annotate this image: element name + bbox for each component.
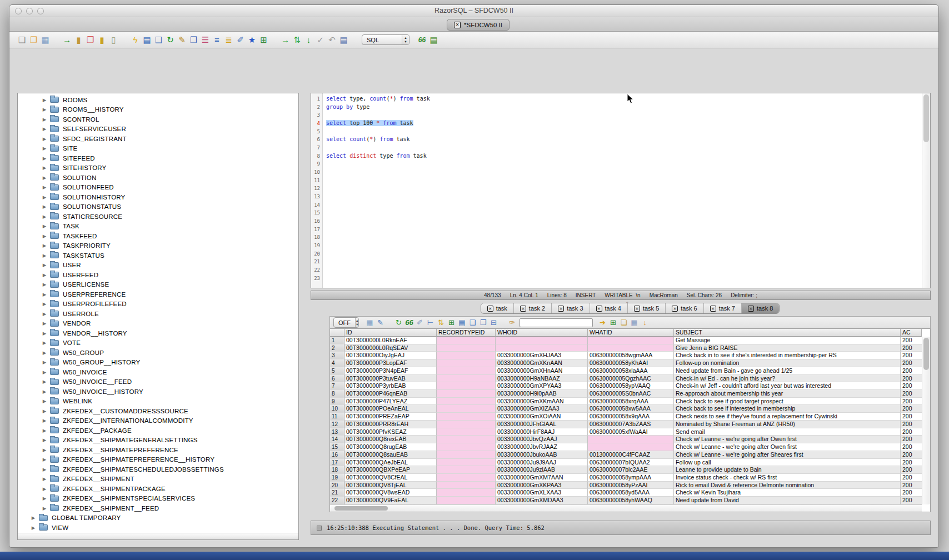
data-cell[interactable]: 200 [901,443,922,451]
data-cell[interactable]: Need update from Bain - gave go ahead 1/… [674,367,901,375]
disclosure-triangle-icon[interactable]: ▶ [42,467,47,472]
code-line[interactable] [326,242,921,250]
disclosure-triangle-icon[interactable]: ▶ [42,428,47,433]
row-limit-select[interactable]: OFF ▲▼ [333,317,359,328]
table-row[interactable]: 1600T3000000Q8sauEAB0033000000JbukoAAB00… [330,451,922,459]
row-number-cell[interactable]: 22 [330,497,344,504]
row-number-cell[interactable]: 13 [330,428,344,436]
tab-close-icon[interactable]: ✕ [748,306,754,312]
code-line[interactable]: select type, count(*) from task [326,95,921,103]
quotes-icon[interactable]: 66 [416,34,428,46]
data-cell[interactable]: 0033000000GmXHnAAN [496,367,588,375]
data-cell[interactable]: 00T3000000QV8wsEAD [344,489,437,497]
disclosure-triangle-icon[interactable]: ▶ [42,292,47,297]
tree-item-rooms[interactable]: ▶ROOMS [18,95,298,105]
data-cell[interactable]: 0033000000GmXMDAA3 [496,497,588,504]
column-header-ac[interactable]: AC [901,329,922,337]
data-cell[interactable]: 0033000000HirF8AAJ [496,428,588,436]
results-grid-header[interactable]: IDRECORDTYPEIDWHOIDWHATIDSUBJECTAC [330,329,922,337]
tree-item-zkfedex-shipmentpackage[interactable]: ▶ZKFEDEX__SHIPMENTPACKAGE [18,484,298,494]
disconnect-icon[interactable]: ▮ [73,34,84,46]
tree-item-w50-group[interactable]: ▶W50_GROUP [18,348,298,358]
tree-item-zkfedex-shipmentspecialservices[interactable]: ▶ZKFEDEX__SHIPMENTSPECIALSERVICES [18,494,298,504]
disclosure-triangle-icon[interactable]: ▶ [42,486,47,492]
save-file-icon[interactable]: ▦ [39,34,51,46]
tree-item-zkfedex-internationalcommodity[interactable]: ▶ZKFEDEX__INTERNATIONALCOMMODITY [18,416,298,426]
copy-results-icon[interactable]: ❐ [478,317,488,328]
data-cell[interactable] [437,382,496,390]
disclosure-triangle-icon[interactable]: ▶ [42,107,47,112]
data-cell[interactable]: 0033000000GmXKnAAN [496,359,588,367]
log-icon[interactable]: ▤ [338,34,349,46]
data-cell[interactable]: 00630000007bIQUAA2 [588,459,674,467]
data-cell[interactable]: 200 [901,451,922,459]
row-number-cell[interactable]: 16 [330,451,344,459]
data-cell[interactable]: 200 [901,474,922,482]
data-cell[interactable]: Send email [674,428,901,436]
data-cell[interactable]: Follow up call [674,459,901,467]
disclosure-triangle-icon[interactable]: ▶ [42,457,47,462]
disclosure-triangle-icon[interactable]: ▶ [42,165,47,171]
export-page-icon[interactable]: ❑ [153,34,164,46]
save-results-icon[interactable]: ▦ [364,317,375,328]
column-header-rownum[interactable] [330,329,344,337]
tree-item-vendor-history[interactable]: ▶VENDOR__HISTORY [18,328,298,338]
disclosure-triangle-icon[interactable]: ▶ [42,97,47,103]
data-cell[interactable]: 00630000005xfWaAAI [588,428,674,436]
data-cell[interactable] [588,443,674,451]
tree-item-rooms-history[interactable]: ▶ROOMS__HISTORY [18,105,298,115]
disclosure-triangle-icon[interactable]: ▶ [42,311,47,317]
snippets-icon[interactable]: ▤ [428,34,439,46]
data-cell[interactable]: 0033000000H9aNBAAZ [496,375,588,383]
title-bar[interactable]: RazorSQL – SFDCW50 II [9,5,938,17]
tree-item-solutionfeed[interactable]: ▶SOLUTIONFEED [18,183,298,193]
table-row[interactable]: 200T3000000L0RqSEAVGive Jenn a BIG RAISE… [330,344,922,352]
data-cell[interactable]: 00T3000000P46qnEAB [344,390,437,398]
tree-item-solutionhistory[interactable]: ▶SOLUTIONHISTORY [18,192,298,202]
data-cell[interactable]: Give Jenn a BIG RAISE [674,344,901,352]
tree-item-site[interactable]: ▶SITE [18,144,298,154]
list-icon[interactable]: ☰ [199,34,211,46]
code-line[interactable] [326,217,921,226]
tree-item-userlicense[interactable]: ▶USERLICENSE [18,280,298,290]
data-cell[interactable] [437,489,496,497]
disclosure-triangle-icon[interactable]: ▶ [42,301,47,307]
data-cell[interactable]: 200 [901,489,922,497]
data-cell[interactable]: 200 [901,482,922,489]
table-row[interactable]: 1000T3000000POeAnEAL0033000000GmXIZAA300… [330,405,922,413]
data-cell[interactable]: 0033000000GmXKmAAN [496,398,588,406]
tree-item-vote[interactable]: ▶VOTE [18,338,298,348]
data-cell[interactable]: 00T3000000P3yrbEAB [344,382,437,390]
data-cell[interactable]: 200 [901,352,922,359]
row-number-cell[interactable]: 11 [330,413,344,421]
data-cell[interactable]: 0013000000C4fFCAAZ [588,451,674,459]
disclosure-triangle-icon[interactable]: ▶ [42,369,47,375]
data-cell[interactable]: Rick to email David & reference Delmonte… [674,482,901,489]
result-tab-task-2[interactable]: ✕task 2 [513,303,551,313]
tree-item-selfserviceuser[interactable]: ▶SELFSERVICEUSER [18,124,298,134]
disclosure-triangle-icon[interactable]: ▶ [42,262,47,268]
disclosure-triangle-icon[interactable]: ▶ [42,184,47,190]
data-cell[interactable] [437,413,496,421]
data-cell[interactable]: Check w/ Leanne - we're going after Owen… [674,436,901,443]
page-view-icon[interactable]: ❑ [467,317,478,328]
disclosure-triangle-icon[interactable]: ▶ [31,515,36,521]
db-icon[interactable]: ▯ [108,34,119,46]
data-cell[interactable]: Need update from David [674,497,901,504]
column-header-subject[interactable]: SUBJECT [674,329,901,337]
tree-item-w50-invoice[interactable]: ▶W50_INVOICE [18,367,298,377]
data-cell[interactable]: 0033000000GmXLXAA3 [496,489,588,497]
data-cell[interactable]: 00T3000000QV8CfEAL [344,474,437,482]
row-number-cell[interactable]: 19 [330,474,344,482]
tab-close-icon[interactable]: ✕ [487,306,493,312]
align-list-icon[interactable]: ≣ [223,34,234,46]
data-cell[interactable]: 200 [901,497,922,504]
tree-item-view[interactable]: ▶VIEW [18,523,298,533]
disclosure-triangle-icon[interactable]: ▶ [42,418,47,423]
code-line[interactable] [326,266,921,274]
disclosure-triangle-icon[interactable]: ▶ [42,350,47,356]
tab-close-icon[interactable]: ✕ [520,306,526,312]
code-line[interactable] [326,233,921,242]
data-cell[interactable] [437,398,496,406]
disclosure-triangle-icon[interactable]: ▶ [42,379,47,384]
